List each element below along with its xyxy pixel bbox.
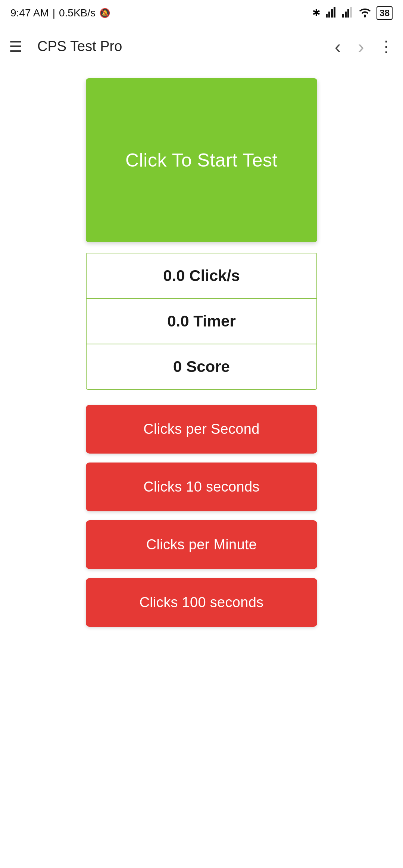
clicks-per-second-stat: 0.0 Click/s (87, 253, 316, 299)
stats-box: 0.0 Click/s 0.0 Timer 0 Score (86, 253, 317, 390)
click-to-start-button[interactable]: Click To Start Test (86, 78, 317, 242)
click-area-label: Click To Start Test (125, 149, 278, 171)
svg-rect-3 (334, 7, 335, 18)
clicks-per-minute-button[interactable]: Clicks per Minute (86, 520, 317, 569)
app-title: CPS Test Pro (37, 38, 321, 54)
app-toolbar: ☰ CPS Test Pro ‹ › ⋮ (0, 26, 403, 67)
status-time: 9:47 AM (10, 7, 49, 19)
battery-icon: 38 (377, 6, 393, 20)
signal-bars-2 (342, 7, 353, 19)
clicks-per-second-value: 0.0 Click/s (163, 267, 240, 284)
status-bar-left: 9:47 AM | 0.5KB/s 🔕 (10, 7, 110, 19)
score-value: 0 Score (173, 358, 230, 375)
svg-rect-0 (326, 14, 328, 18)
forward-button[interactable]: › (355, 34, 367, 59)
clicks-10-seconds-button[interactable]: Clicks 10 seconds (86, 463, 317, 511)
clicks-per-second-button[interactable]: Clicks per Second (86, 405, 317, 454)
svg-rect-4 (342, 14, 344, 18)
signal-bars-1 (326, 7, 337, 19)
timer-value: 0.0 Timer (167, 312, 236, 330)
back-button[interactable]: ‹ (332, 34, 344, 59)
more-options-button[interactable]: ⋮ (378, 39, 394, 54)
mode-buttons: Clicks per Second Clicks 10 seconds Clic… (86, 405, 317, 627)
status-data-speed: 0.5KB/s (59, 7, 96, 19)
clicks-100-seconds-button[interactable]: Clicks 100 seconds (86, 578, 317, 627)
svg-rect-2 (331, 9, 333, 18)
bluetooth-icon: ✱ (312, 7, 321, 19)
status-bar: 9:47 AM | 0.5KB/s 🔕 ✱ (0, 0, 403, 26)
timer-stat: 0.0 Timer (87, 299, 316, 344)
status-separator: | (53, 7, 55, 19)
wifi-icon (359, 7, 371, 19)
svg-rect-7 (350, 7, 352, 18)
score-stat: 0 Score (87, 344, 316, 389)
svg-rect-6 (347, 9, 349, 18)
svg-rect-1 (328, 12, 330, 18)
svg-rect-5 (345, 12, 347, 18)
main-content: Click To Start Test 0.0 Click/s 0.0 Time… (0, 67, 403, 638)
menu-icon[interactable]: ☰ (9, 39, 22, 54)
status-bar-right: ✱ 38 (312, 6, 393, 20)
notification-mute-icon: 🔕 (99, 8, 110, 18)
